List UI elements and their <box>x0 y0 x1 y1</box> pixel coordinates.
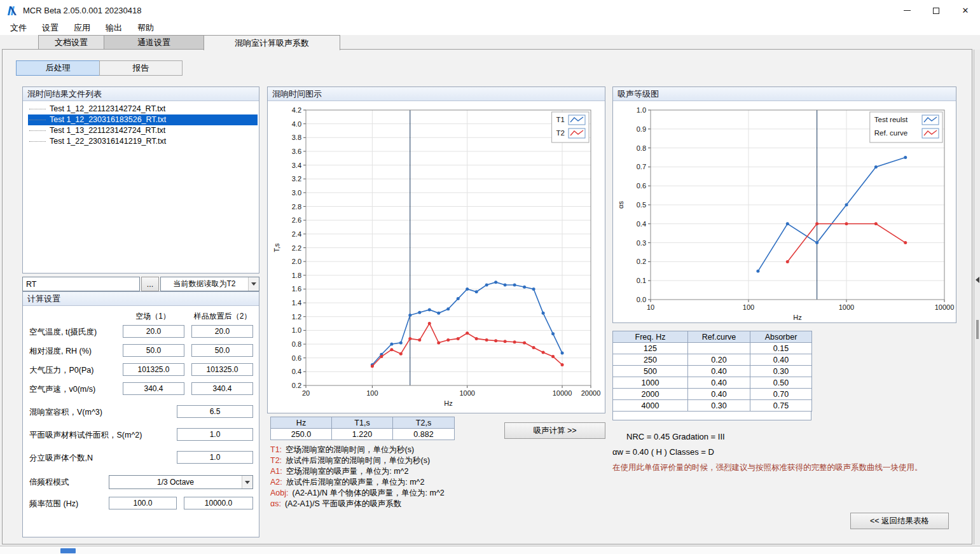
table-row[interactable]: 5000.400.30 <box>613 366 812 377</box>
svg-text:2.4: 2.4 <box>292 230 301 238</box>
table-row[interactable]: 2500.200.40 <box>613 354 812 366</box>
data-point <box>523 341 526 344</box>
svg-text:3.0: 3.0 <box>292 189 301 197</box>
y-axis-label: T,s <box>273 243 280 253</box>
file-item-selected[interactable]: Test 1_12_230316183526_RT.txt <box>28 114 258 125</box>
note-t1: T1:空场混响室的混响时间，单位为秒(s) <box>270 445 445 455</box>
readout-header-t2: T2,s <box>393 417 455 429</box>
absorption-grade-chart[interactable]: 0.00.10.20.30.40.50.60.70.80.91.01010010… <box>613 101 956 322</box>
back-to-results-button[interactable]: << 返回结果表格 <box>850 513 949 529</box>
svg-text:T1: T1 <box>556 116 565 123</box>
menu-item-help[interactable]: 帮助 <box>130 21 162 35</box>
readout-t2-value: 0.882 <box>393 429 455 440</box>
menu-item-apply[interactable]: 应用 <box>66 21 98 35</box>
absorber-table-container: Freq. Hz Ref.curve Absorber 1250.15 2500… <box>612 331 811 420</box>
humidity-sample-input[interactable] <box>191 344 253 357</box>
column-header-with-sample: 样品放置后（2） <box>187 311 258 322</box>
collapse-left-icon <box>976 277 979 283</box>
menu-item-file[interactable]: 文件 <box>3 21 34 35</box>
freq-min-input[interactable] <box>109 497 177 509</box>
readout-hz-value: 250.0 <box>271 429 332 440</box>
menu-item-output[interactable]: 输出 <box>98 21 130 35</box>
minimize-icon <box>904 10 911 11</box>
data-point <box>504 340 507 343</box>
absorption-chart-title: 吸声等级图 <box>613 87 956 101</box>
combo-value: 当前数据读取为T2 <box>161 277 248 291</box>
minimize-button[interactable] <box>892 0 921 21</box>
data-point <box>390 343 393 346</box>
tab-channel-settings[interactable]: 通道设置 <box>104 35 204 49</box>
svg-text:0.6: 0.6 <box>292 354 301 362</box>
data-point <box>815 222 818 225</box>
data-point <box>874 222 878 225</box>
sample-area-input[interactable] <box>177 428 253 441</box>
pressure-sample-input[interactable] <box>191 363 253 376</box>
window-title: MCR Beta 2.05.0.001 20230418 <box>23 6 141 15</box>
file-label: Test 1_12_221123142724_RT.txt <box>50 104 165 114</box>
data-point <box>457 297 460 300</box>
data-point <box>532 346 535 349</box>
note-a1: A1:空场混响室的吸声量，单位为: m^2 <box>270 466 445 477</box>
sound-speed-sample-input[interactable] <box>191 382 253 395</box>
table-row[interactable]: 1250.15 <box>613 343 812 354</box>
octave-mode-combo[interactable]: 1/3 Octave <box>109 475 253 489</box>
data-point <box>475 290 478 293</box>
svg-text:0.9: 0.9 <box>637 125 646 133</box>
label-relative-humidity: 相对湿度, RH (%) <box>29 346 92 357</box>
tab-document-settings[interactable]: 文档设置 <box>38 35 104 49</box>
svg-text:0.8: 0.8 <box>292 340 301 348</box>
menubar: 文件 设置 应用 输出 帮助 <box>0 21 980 35</box>
bottom-partial-icon <box>60 548 76 553</box>
data-point <box>390 348 393 351</box>
file-item[interactable]: Test 1_12_221123142724_RT.txt <box>28 104 258 114</box>
data-point <box>494 339 497 342</box>
svg-text:3.4: 3.4 <box>292 162 301 169</box>
subtab-report[interactable]: 报告 <box>99 60 183 76</box>
svg-text:0.8: 0.8 <box>637 144 646 152</box>
tab-reverberation-absorption[interactable]: 混响室计算吸声系数 <box>204 35 340 50</box>
data-point <box>561 352 564 355</box>
abs-header-refcurve: Ref.curve <box>688 331 750 343</box>
browse-button[interactable]: ... <box>141 277 159 291</box>
table-row[interactable]: 20000.400.70 <box>613 389 812 400</box>
svg-text:Ref. curve: Ref. curve <box>874 129 908 137</box>
air-temp-empty-input[interactable] <box>123 325 184 338</box>
sound-speed-empty-input[interactable] <box>123 382 184 395</box>
data-point <box>845 222 848 225</box>
table-row[interactable]: 40000.300.75 <box>613 400 812 412</box>
subtab-postprocess[interactable]: 后处理 <box>16 60 100 76</box>
readout-t1-value: 1.220 <box>332 429 393 440</box>
menu-item-settings[interactable]: 设置 <box>34 21 66 35</box>
table-row[interactable]: 10000.400.50 <box>613 377 812 389</box>
abs-header-freq: Freq. Hz <box>613 331 688 343</box>
close-button[interactable]: ✕ <box>951 0 980 21</box>
reverberation-time-chart[interactable]: 0.20.40.60.81.01.21.41.61.82.02.22.42.62… <box>268 101 605 413</box>
svg-text:4.0: 4.0 <box>292 120 301 128</box>
file-item[interactable]: Test 1_13_221123142724_RT.txt <box>28 125 258 136</box>
collapse-panel-handle[interactable] <box>974 50 980 544</box>
data-point <box>399 341 403 344</box>
data-point <box>532 287 535 291</box>
absorption-calc-button[interactable]: 吸声计算 >> <box>504 422 605 439</box>
svg-text:2.6: 2.6 <box>292 216 301 224</box>
svg-text:2.8: 2.8 <box>292 203 301 211</box>
single-value-warning-note: 在使用此单值评价量的时候，强烈建议与按照标准获得的完整的吸声系数曲线一块使用。 <box>612 462 923 473</box>
room-volume-input[interactable] <box>177 405 253 418</box>
object-count-input[interactable] <box>177 451 253 464</box>
scrollbar-thumb[interactable] <box>976 320 979 339</box>
rt-name-input[interactable] <box>22 277 140 291</box>
air-temp-sample-input[interactable] <box>191 325 253 338</box>
data-point <box>551 355 555 358</box>
chevron-down-icon <box>248 277 259 291</box>
data-point <box>446 307 450 310</box>
freq-max-input[interactable] <box>184 497 253 509</box>
data-read-as-combo[interactable]: 当前数据读取为T2 <box>160 277 259 291</box>
data-point <box>371 364 374 368</box>
maximize-button[interactable] <box>921 0 951 21</box>
data-point <box>437 312 440 315</box>
pressure-empty-input[interactable] <box>123 363 184 376</box>
humidity-empty-input[interactable] <box>123 344 184 357</box>
file-item[interactable]: Test 1_22_230316141219_RT.txt <box>28 136 258 147</box>
file-label: Test 1_22_230316141219_RT.txt <box>50 136 166 147</box>
calc-settings-title: 计算设置 <box>23 292 259 306</box>
